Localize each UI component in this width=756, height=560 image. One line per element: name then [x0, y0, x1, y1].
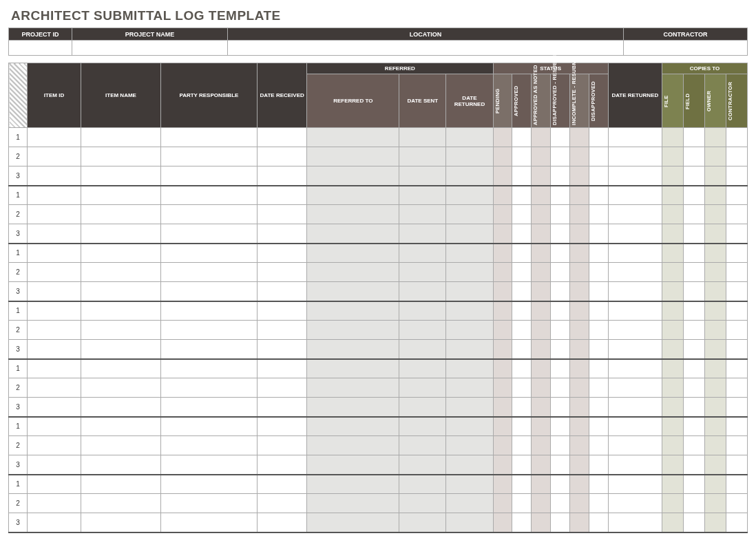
cell[interactable]: [662, 263, 684, 282]
input-contractor[interactable]: [624, 41, 748, 56]
cell[interactable]: [446, 513, 493, 532]
cell[interactable]: [608, 282, 662, 301]
cell[interactable]: [258, 513, 307, 532]
cell[interactable]: [683, 282, 704, 301]
cell[interactable]: [81, 224, 161, 244]
cell[interactable]: [569, 205, 589, 224]
cell[interactable]: [493, 128, 512, 147]
cell[interactable]: [258, 282, 307, 301]
cell[interactable]: [551, 398, 570, 417]
cell[interactable]: [589, 417, 608, 436]
cell[interactable]: [589, 513, 608, 532]
cell[interactable]: [493, 436, 512, 455]
cell[interactable]: [662, 378, 684, 398]
cell[interactable]: [160, 301, 257, 321]
cell[interactable]: [608, 244, 662, 263]
cell[interactable]: [258, 128, 307, 147]
cell[interactable]: [81, 398, 161, 417]
cell[interactable]: [160, 359, 257, 378]
cell[interactable]: [589, 398, 608, 417]
cell[interactable]: [307, 224, 399, 244]
cell[interactable]: [446, 263, 493, 282]
cell[interactable]: [81, 436, 161, 455]
cell[interactable]: [258, 359, 307, 378]
cell[interactable]: [27, 321, 81, 340]
cell[interactable]: [307, 378, 399, 398]
cell[interactable]: [446, 224, 493, 244]
cell[interactable]: [608, 147, 662, 166]
cell[interactable]: [704, 147, 726, 166]
cell[interactable]: [726, 244, 747, 263]
cell[interactable]: [446, 378, 493, 398]
cell[interactable]: [307, 436, 399, 455]
cell[interactable]: [307, 475, 399, 494]
cell[interactable]: [662, 436, 684, 455]
cell[interactable]: [27, 398, 81, 417]
cell[interactable]: [81, 359, 161, 378]
cell[interactable]: [704, 244, 726, 263]
cell[interactable]: [532, 417, 551, 436]
cell[interactable]: [569, 282, 589, 301]
cell[interactable]: [493, 378, 512, 398]
cell[interactable]: [258, 244, 307, 263]
cell[interactable]: [493, 263, 512, 282]
cell[interactable]: [160, 378, 257, 398]
cell[interactable]: [81, 340, 161, 359]
cell[interactable]: [512, 147, 532, 166]
cell[interactable]: [160, 340, 257, 359]
cell[interactable]: [307, 321, 399, 340]
cell[interactable]: [446, 205, 493, 224]
cell[interactable]: [726, 494, 747, 513]
cell[interactable]: [608, 186, 662, 205]
cell[interactable]: [551, 205, 570, 224]
cell[interactable]: [569, 301, 589, 321]
cell[interactable]: [662, 455, 684, 475]
cell[interactable]: [608, 513, 662, 532]
cell[interactable]: [704, 301, 726, 321]
cell[interactable]: [532, 494, 551, 513]
cell[interactable]: [569, 186, 589, 205]
cell[interactable]: [683, 147, 704, 166]
cell[interactable]: [399, 398, 446, 417]
cell[interactable]: [704, 513, 726, 532]
cell[interactable]: [493, 398, 512, 417]
cell[interactable]: [81, 128, 161, 147]
cell[interactable]: [493, 417, 512, 436]
cell[interactable]: [569, 455, 589, 475]
cell[interactable]: [399, 263, 446, 282]
cell[interactable]: [683, 263, 704, 282]
cell[interactable]: [662, 494, 684, 513]
cell[interactable]: [683, 128, 704, 147]
cell[interactable]: [27, 224, 81, 244]
cell[interactable]: [399, 205, 446, 224]
cell[interactable]: [307, 263, 399, 282]
cell[interactable]: [27, 263, 81, 282]
cell[interactable]: [589, 340, 608, 359]
cell[interactable]: [589, 321, 608, 340]
cell[interactable]: [512, 128, 532, 147]
cell[interactable]: [608, 378, 662, 398]
cell[interactable]: [27, 166, 81, 186]
cell[interactable]: [399, 455, 446, 475]
cell[interactable]: [726, 359, 747, 378]
cell[interactable]: [258, 494, 307, 513]
cell[interactable]: [532, 359, 551, 378]
cell[interactable]: [512, 436, 532, 455]
cell[interactable]: [446, 494, 493, 513]
cell[interactable]: [258, 475, 307, 494]
cell[interactable]: [446, 436, 493, 455]
cell[interactable]: [399, 475, 446, 494]
cell[interactable]: [81, 475, 161, 494]
cell[interactable]: [27, 455, 81, 475]
cell[interactable]: [512, 166, 532, 186]
cell[interactable]: [662, 301, 684, 321]
cell[interactable]: [569, 436, 589, 455]
cell[interactable]: [81, 513, 161, 532]
cell[interactable]: [160, 128, 257, 147]
cell[interactable]: [589, 244, 608, 263]
cell[interactable]: [160, 166, 257, 186]
cell[interactable]: [704, 224, 726, 244]
cell[interactable]: [726, 417, 747, 436]
cell[interactable]: [160, 475, 257, 494]
cell[interactable]: [27, 340, 81, 359]
